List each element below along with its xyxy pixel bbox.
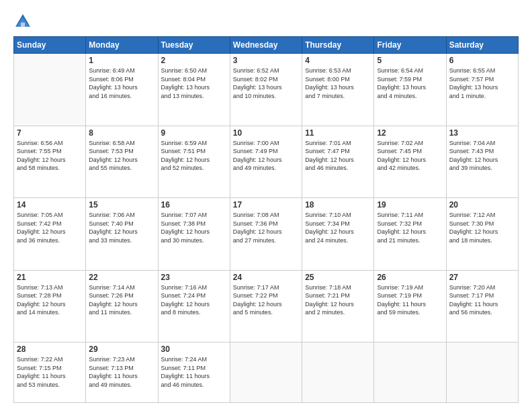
day-number: 24 [233,273,299,282]
day-number: 16 [161,200,227,210]
header [13,12,519,31]
calendar-cell [374,342,446,403]
day-info: Sunrise: 7:20 AM Sunset: 7:17 PM Dayligh… [449,283,515,317]
calendar-cell: 28Sunrise: 7:22 AM Sunset: 7:15 PM Dayli… [14,342,86,403]
calendar-cell: 17Sunrise: 7:08 AM Sunset: 7:36 PM Dayli… [230,198,302,271]
calendar-cell: 25Sunrise: 7:18 AM Sunset: 7:21 PM Dayli… [302,270,374,342]
day-info: Sunrise: 7:14 AM Sunset: 7:26 PM Dayligh… [89,283,154,317]
calendar-cell: 18Sunrise: 7:10 AM Sunset: 7:34 PM Dayli… [302,198,374,271]
calendar-cell [446,342,518,403]
calendar-header-wednesday: Wednesday [230,37,302,54]
day-info: Sunrise: 6:50 AM Sunset: 8:04 PM Dayligh… [161,66,227,100]
logo [13,12,35,31]
day-info: Sunrise: 7:13 AM Sunset: 7:28 PM Dayligh… [17,283,83,317]
day-number: 14 [17,200,83,210]
day-info: Sunrise: 7:05 AM Sunset: 7:42 PM Dayligh… [17,211,83,244]
day-info: Sunrise: 6:54 AM Sunset: 7:59 PM Dayligh… [377,66,443,100]
calendar-cell: 23Sunrise: 7:16 AM Sunset: 7:24 PM Dayli… [158,270,230,342]
day-number: 23 [161,273,227,282]
calendar-cell: 5Sunrise: 6:54 AM Sunset: 7:59 PM Daylig… [374,54,446,126]
day-number: 30 [161,345,227,354]
day-number: 18 [305,200,371,210]
day-number: 9 [161,128,227,138]
day-number: 5 [377,56,443,65]
calendar-cell: 3Sunrise: 6:52 AM Sunset: 8:02 PM Daylig… [230,54,302,126]
day-number: 2 [161,56,227,65]
calendar-header-friday: Friday [374,37,446,54]
day-number: 10 [233,128,299,138]
day-info: Sunrise: 7:18 AM Sunset: 7:21 PM Dayligh… [305,283,371,317]
day-number: 28 [17,345,83,354]
calendar-header-row: SundayMondayTuesdayWednesdayThursdayFrid… [14,37,519,54]
day-info: Sunrise: 7:06 AM Sunset: 7:40 PM Dayligh… [89,211,154,244]
calendar-cell: 24Sunrise: 7:17 AM Sunset: 7:22 PM Dayli… [230,270,302,342]
day-info: Sunrise: 7:02 AM Sunset: 7:45 PM Dayligh… [377,139,443,173]
calendar-cell: 7Sunrise: 6:56 AM Sunset: 7:55 PM Daylig… [14,126,86,198]
calendar-cell: 4Sunrise: 6:53 AM Sunset: 8:00 PM Daylig… [302,54,374,126]
day-number: 15 [89,200,154,210]
day-number: 25 [305,273,371,282]
day-number: 26 [377,273,443,282]
day-number: 6 [449,56,515,65]
day-info: Sunrise: 7:17 AM Sunset: 7:22 PM Dayligh… [233,283,299,317]
day-info: Sunrise: 6:53 AM Sunset: 8:00 PM Dayligh… [305,66,371,100]
day-number: 12 [377,128,443,138]
calendar-cell: 10Sunrise: 7:00 AM Sunset: 7:49 PM Dayli… [230,126,302,198]
day-number: 3 [233,56,299,65]
calendar-cell: 6Sunrise: 6:55 AM Sunset: 7:57 PM Daylig… [446,54,518,126]
day-info: Sunrise: 7:04 AM Sunset: 7:43 PM Dayligh… [449,139,515,173]
day-info: Sunrise: 6:56 AM Sunset: 7:55 PM Dayligh… [17,139,83,173]
page: SundayMondayTuesdayWednesdayThursdayFrid… [0,0,532,411]
day-info: Sunrise: 7:11 AM Sunset: 7:32 PM Dayligh… [377,211,443,244]
calendar-cell: 12Sunrise: 7:02 AM Sunset: 7:45 PM Dayli… [374,126,446,198]
day-info: Sunrise: 7:19 AM Sunset: 7:19 PM Dayligh… [377,283,443,317]
day-number: 27 [449,273,515,282]
calendar-cell: 20Sunrise: 7:12 AM Sunset: 7:30 PM Dayli… [446,198,518,271]
calendar-cell: 22Sunrise: 7:14 AM Sunset: 7:26 PM Dayli… [86,270,158,342]
calendar-cell: 16Sunrise: 7:07 AM Sunset: 7:38 PM Dayli… [158,198,230,271]
svg-rect-2 [21,23,25,27]
calendar-header-saturday: Saturday [446,37,518,54]
calendar-cell [14,54,86,126]
calendar-cell: 14Sunrise: 7:05 AM Sunset: 7:42 PM Dayli… [14,198,86,271]
calendar-header-monday: Monday [86,37,158,54]
day-number: 19 [377,200,443,210]
day-number: 1 [89,56,154,65]
day-info: Sunrise: 7:24 AM Sunset: 7:11 PM Dayligh… [161,355,227,389]
day-info: Sunrise: 7:08 AM Sunset: 7:36 PM Dayligh… [233,211,299,244]
day-info: Sunrise: 6:52 AM Sunset: 8:02 PM Dayligh… [233,66,299,100]
calendar-cell: 11Sunrise: 7:01 AM Sunset: 7:47 PM Dayli… [302,126,374,198]
day-info: Sunrise: 6:49 AM Sunset: 8:06 PM Dayligh… [89,66,154,100]
day-number: 13 [449,128,515,138]
calendar-cell [230,342,302,403]
day-number: 21 [17,273,83,282]
day-number: 22 [89,273,154,282]
day-info: Sunrise: 7:01 AM Sunset: 7:47 PM Dayligh… [305,139,371,173]
day-info: Sunrise: 7:07 AM Sunset: 7:38 PM Dayligh… [161,211,227,244]
day-info: Sunrise: 7:22 AM Sunset: 7:15 PM Dayligh… [17,355,83,389]
calendar-header-thursday: Thursday [302,37,374,54]
calendar-cell: 1Sunrise: 6:49 AM Sunset: 8:06 PM Daylig… [86,54,158,126]
day-number: 4 [305,56,371,65]
calendar-cell: 27Sunrise: 7:20 AM Sunset: 7:17 PM Dayli… [446,270,518,342]
calendar-cell: 13Sunrise: 7:04 AM Sunset: 7:43 PM Dayli… [446,126,518,198]
day-number: 29 [89,345,154,354]
calendar-cell: 26Sunrise: 7:19 AM Sunset: 7:19 PM Dayli… [374,270,446,342]
calendar-cell: 2Sunrise: 6:50 AM Sunset: 8:04 PM Daylig… [158,54,230,126]
day-info: Sunrise: 7:23 AM Sunset: 7:13 PM Dayligh… [89,355,154,389]
day-number: 8 [89,128,154,138]
day-info: Sunrise: 6:55 AM Sunset: 7:57 PM Dayligh… [449,66,515,100]
day-info: Sunrise: 6:59 AM Sunset: 7:51 PM Dayligh… [161,139,227,173]
calendar-cell: 30Sunrise: 7:24 AM Sunset: 7:11 PM Dayli… [158,342,230,403]
day-info: Sunrise: 7:10 AM Sunset: 7:34 PM Dayligh… [305,211,371,244]
calendar-cell: 9Sunrise: 6:59 AM Sunset: 7:51 PM Daylig… [158,126,230,198]
calendar-cell: 29Sunrise: 7:23 AM Sunset: 7:13 PM Dayli… [86,342,158,403]
day-info: Sunrise: 7:12 AM Sunset: 7:30 PM Dayligh… [449,211,515,244]
day-info: Sunrise: 7:16 AM Sunset: 7:24 PM Dayligh… [161,283,227,317]
calendar-cell: 8Sunrise: 6:58 AM Sunset: 7:53 PM Daylig… [86,126,158,198]
calendar-header-tuesday: Tuesday [158,37,230,54]
calendar-header-sunday: Sunday [14,37,86,54]
day-info: Sunrise: 7:00 AM Sunset: 7:49 PM Dayligh… [233,139,299,173]
day-number: 11 [305,128,371,138]
day-info: Sunrise: 6:58 AM Sunset: 7:53 PM Dayligh… [89,139,154,173]
